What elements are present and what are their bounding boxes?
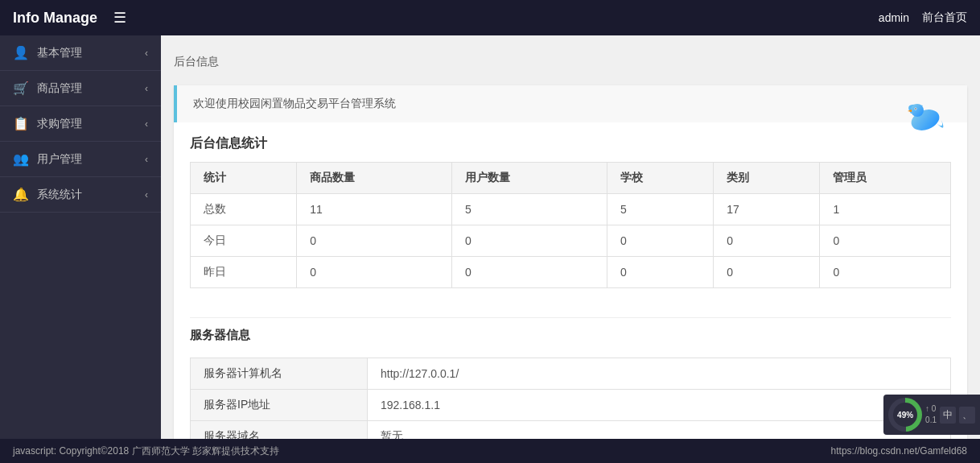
sidebar-item-user[interactable]: 👥 用户管理 ‹ — [0, 142, 161, 177]
table-row: 服务器计算机名http://127.0.0.1/ — [191, 358, 951, 390]
header-right: admin 前台首页 — [879, 10, 967, 25]
main-layout: 👤 基本管理 ‹ 🛒 商品管理 ‹ 📋 求购管理 ‹ 👥 用户管理 ‹ — [0, 35, 980, 463]
header-username: admin — [879, 11, 909, 24]
product-icon: 🛒 — [13, 81, 29, 96]
js-label: javascript: — [13, 445, 56, 457]
col-header-user: 用户数量 — [452, 163, 607, 194]
table-row: 今日00000 — [191, 225, 951, 257]
sidebar-label-purchase: 求购管理 — [37, 117, 82, 131]
welcome-banner: 欢迎使用校园闲置物品交易平台管理系统 — [174, 85, 967, 122]
stats-title: 后台信息统计 — [190, 135, 951, 152]
table-row: 昨日00000 — [191, 257, 951, 288]
widget-stat2: 0.1 — [925, 415, 937, 426]
sidebar: 👤 基本管理 ‹ 🛒 商品管理 ‹ 📋 求购管理 ‹ 👥 用户管理 ‹ — [0, 35, 161, 463]
corner-widget: 49% ↑ 0 0.1 中 、 — [883, 395, 980, 435]
front-page-link[interactable]: 前台首页 — [922, 10, 967, 25]
main-content: 后台信息 欢迎使用校园闲置物品交易平台管理系统 — [161, 35, 980, 463]
widget-stat1: ↑ 0 — [925, 403, 937, 415]
app-title: Info Manage — [13, 10, 97, 27]
stats-icon: 🔔 — [13, 187, 29, 202]
purchase-icon: 📋 — [13, 116, 29, 131]
sidebar-item-basic[interactable]: 👤 基本管理 ‹ — [0, 35, 161, 71]
sidebar-arrow-stats: ‹ — [145, 189, 148, 200]
stats-header-row: 统计 商品数量 用户数量 学校 类别 管理员 — [191, 163, 951, 194]
widget-stats: ↑ 0 0.1 — [925, 403, 937, 426]
widget-btn1[interactable]: 中 — [940, 407, 956, 424]
percent-value: 49% — [893, 403, 917, 427]
col-header-school: 学校 — [607, 163, 713, 194]
sidebar-item-stats[interactable]: 🔔 系统统计 ‹ — [0, 177, 161, 213]
sidebar-item-purchase[interactable]: 📋 求购管理 ‹ — [0, 106, 161, 142]
menu-toggle-button[interactable]: ☰ — [107, 6, 133, 30]
server-title: 服务器信息 — [190, 317, 951, 349]
sidebar-label-stats: 系统统计 — [37, 188, 82, 202]
basic-icon: 👤 — [13, 45, 29, 60]
footer-left: javascript: Copyright©2018 广西师范大学 彭家辉提供技… — [13, 444, 279, 458]
widget-btn2[interactable]: 、 — [959, 407, 975, 424]
content-card: 欢迎使用校园闲置物品交易平台管理系统 — [174, 85, 967, 463]
header-left: Info Manage ☰ — [13, 6, 133, 30]
col-header-stat: 统计 — [191, 163, 297, 194]
col-header-category: 类别 — [714, 163, 820, 194]
sidebar-label-product: 商品管理 — [37, 81, 82, 96]
table-row: 服务器IP地址192.168.1.1 — [191, 390, 951, 421]
footer-copyright: Copyright©2018 广西师范大学 彭家辉提供技术支持 — [59, 445, 279, 457]
welcome-text: 欢迎使用校园闲置物品交易平台管理系统 — [193, 97, 396, 111]
stats-table: 统计 商品数量 用户数量 学校 类别 管理员 总数1155171今日00000昨… — [190, 162, 951, 288]
svg-point-1 — [911, 104, 924, 117]
sidebar-label-user: 用户管理 — [37, 152, 82, 167]
bird-decoration-icon — [895, 89, 951, 146]
sidebar-arrow-purchase: ‹ — [145, 118, 148, 130]
percent-circle: 49% — [888, 398, 922, 432]
table-row: 总数1155171 — [191, 194, 951, 225]
sidebar-label-basic: 基本管理 — [37, 46, 82, 60]
sidebar-arrow-user: ‹ — [145, 154, 148, 165]
sidebar-arrow-product: ‹ — [145, 83, 148, 94]
sidebar-item-product[interactable]: 🛒 商品管理 ‹ — [0, 71, 161, 106]
footer-right: https://blog.csdn.net/Gamfeld68 — [831, 445, 967, 457]
col-header-admin: 管理员 — [820, 163, 951, 194]
breadcrumb: 后台信息 — [174, 48, 967, 76]
sidebar-arrow-basic: ‹ — [145, 48, 148, 59]
header: Info Manage ☰ admin 前台首页 — [0, 0, 980, 35]
col-header-product: 商品数量 — [297, 163, 452, 194]
user-icon: 👥 — [13, 151, 29, 167]
footer: javascript: Copyright©2018 广西师范大学 彭家辉提供技… — [0, 439, 980, 463]
stats-section: 后台信息统计 统计 商品数量 用户数量 学校 类别 管理员 总数115517 — [174, 122, 967, 317]
svg-point-3 — [915, 108, 916, 110]
